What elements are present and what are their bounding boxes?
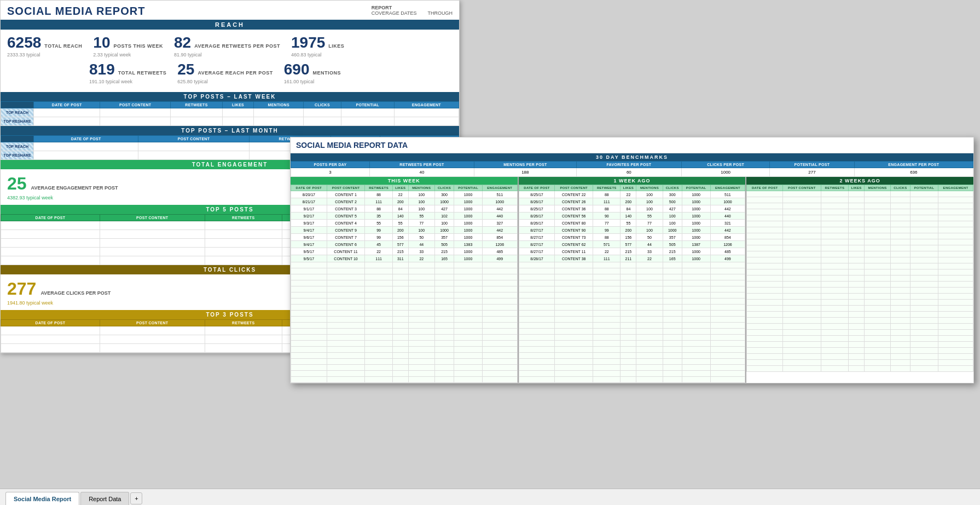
th-likes: LIKES <box>222 102 253 108</box>
table-row <box>747 306 973 312</box>
table-row: 9/3/17CONTENT 45555771001000327 <box>291 220 518 227</box>
table-row <box>519 353 745 359</box>
th-potential: POTENTIAL <box>341 102 394 108</box>
total-retweets-number: 819 <box>89 61 115 78</box>
top-reach-row: TOP REACH <box>1 108 459 117</box>
table-row: 9/4/17CONTENT 99920010010001000442 <box>291 227 518 234</box>
benchmarks-table: POSTS PER DAY RETWEETS PER POST MENTIONS… <box>291 161 973 177</box>
th-clicks: CLICKS <box>891 185 910 191</box>
table-row <box>519 262 745 268</box>
table-row <box>291 311 518 317</box>
through-label: THROUGH <box>428 10 453 16</box>
bench-favorites: 60 <box>576 168 681 177</box>
th-likes: LIKES <box>849 185 865 191</box>
table-row <box>747 209 973 215</box>
table-row <box>747 233 973 239</box>
th-mentions: MENTIONS <box>408 185 434 191</box>
th-clicks: CLICKS <box>663 185 682 191</box>
table-row <box>747 203 973 209</box>
stat-total-reach: 6258 TOTAL REACH 2333.33 typical <box>7 34 82 58</box>
avg-reach-typical: 625.80 typical <box>177 79 273 84</box>
th-date: DATE OF POST <box>519 185 555 191</box>
table-row <box>519 280 745 286</box>
table-row <box>291 280 518 286</box>
tab-label-data: Report Data <box>89 496 121 502</box>
table-row <box>519 274 745 280</box>
reach-stats: 6258 TOTAL REACH 2333.33 typical 10 POST… <box>1 30 459 92</box>
app-container: SOCIAL MEDIA REPORT REPORT COVERAGE DATE… <box>0 0 980 505</box>
tab-bar: Social Media Report Report Data + <box>0 489 980 505</box>
th-mentions: MENTIONS <box>636 185 663 191</box>
stat-main: 819 TOTAL RETWEETS <box>89 61 166 78</box>
this-week-table: DATE OF POST POST CONTENT RETWEETS LIKES… <box>291 185 518 383</box>
stat-mentions: 690 MENTIONS 161.00 typical <box>284 61 341 84</box>
likes-typical: 460.83 typical <box>291 52 344 58</box>
stat-avg-reach: 25 AVERAGE REACH PER POST 625.80 typical <box>177 61 273 84</box>
bench-mentions: 188 <box>474 168 577 177</box>
avg-engagement-label: AVERAGE ENGAGEMENT PER POST <box>31 185 118 191</box>
tab-add-button[interactable]: + <box>130 492 142 504</box>
table-row: 9/4/17CONTENT 6455774450513831206 <box>291 241 518 248</box>
bench-header-row: POSTS PER DAY RETWEETS PER POST MENTIONS… <box>291 162 973 168</box>
report-title: SOCIAL MEDIA REPORT <box>7 5 145 18</box>
table-row: 9/5/17CONTENT 1122215332151000485 <box>291 248 518 255</box>
table-header-row: DATE OF POST POST CONTENT RETWEETS LIKES… <box>1 102 459 108</box>
weeks-container: THIS WEEK DATE OF POST POST CONTENT RETW… <box>291 177 973 383</box>
th-potential: POTENTIAL <box>454 185 483 191</box>
total-retweets-typical: 191.10 typical week <box>89 79 166 84</box>
avg-retweets-number: 82 <box>174 34 191 51</box>
th-retweets: RETWEETS <box>365 185 392 191</box>
table-row: 9/5/17CONTENT 10111311221651000499 <box>291 255 518 262</box>
th-date: DATE OF POST <box>1 320 100 326</box>
tab-report-data[interactable]: Report Data <box>80 492 129 505</box>
posts-week-number: 10 <box>93 34 110 51</box>
stat-likes: 1975 LIKES 460.83 typical <box>291 34 344 58</box>
stat-main: 1975 LIKES <box>291 34 344 51</box>
th-engagement: ENGAGEMENT <box>394 102 459 108</box>
th-mentions-per-post: MENTIONS PER POST <box>474 162 577 168</box>
table-row <box>291 305 518 311</box>
th-content: POST CONTENT <box>100 102 171 108</box>
table-row <box>747 342 973 348</box>
two-weeks-ago-table: DATE OF POST POST CONTENT RETWEETS LIKES… <box>746 185 973 372</box>
mentions-typical: 161.00 typical <box>284 79 341 84</box>
table-row: 8/27/17CONTENT 1122215332151000485 <box>519 248 745 255</box>
one-week-ago-section: 1 WEEK AGO DATE OF POST POST CONTENT RET… <box>519 177 747 383</box>
table-row: 8/25/17CONTENT 2288221003001000511 <box>519 191 745 198</box>
avg-retweets-typical: 81.90 typical <box>174 52 280 58</box>
th-likes: LIKES <box>392 185 408 191</box>
th-content: POST CONTENT <box>783 185 821 191</box>
bench-retweets: 40 <box>369 168 474 177</box>
th-content: POST CONTENT <box>555 185 593 191</box>
th-date: DATE OF POST <box>1 215 100 221</box>
table-row <box>747 269 973 276</box>
avg-engagement-number: 25 <box>7 174 27 194</box>
avg-clicks-number: 277 <box>7 279 36 299</box>
th-content: POST CONTENT <box>138 136 250 142</box>
table-row <box>519 299 745 305</box>
table-row <box>519 335 745 341</box>
th-retweets: RETWEETS <box>205 320 282 326</box>
th-retweets: RETWEETS <box>593 185 621 191</box>
avg-reach-label: AVERAGE REACH PER POST <box>198 70 272 76</box>
row-label-top-reshare-month: TOP RESHARE <box>1 151 34 160</box>
table-row <box>519 371 745 377</box>
likes-label: LIKES <box>328 43 344 49</box>
table-row: 8/25/17CONTENT 3688841004271000442 <box>519 205 745 213</box>
tab-social-media-report[interactable]: Social Media Report <box>5 492 79 505</box>
top-posts-week: DATE OF POST POST CONTENT RETWEETS LIKES… <box>1 101 459 126</box>
likes-number: 1975 <box>291 34 325 51</box>
table-header-row: DATE OF POST POST CONTENT RETWEETS LIKES… <box>747 185 973 191</box>
total-reach-label: TOTAL REACH <box>44 43 82 49</box>
th-potential: POTENTIAL <box>910 185 938 191</box>
table-row <box>291 292 518 299</box>
report-label: REPORT <box>372 5 453 10</box>
stat-main: 82 AVERAGE RETWEETS PER POST <box>174 34 280 51</box>
sheet-data: SOCIAL MEDIA REPORT DATA 30 DAY BENCHMAR… <box>290 137 974 383</box>
table-row <box>519 305 745 311</box>
table-row: 8/27/17CONTENT 909920010010001000442 <box>519 227 745 234</box>
th-posts-per-day: POSTS PER DAY <box>291 162 370 168</box>
table-row <box>291 365 518 371</box>
table-row: 8/21/17CONTENT 2111200100100010001000 <box>291 198 518 205</box>
th-engagement-per-post: ENGAGEMENT PER POST <box>854 162 973 168</box>
